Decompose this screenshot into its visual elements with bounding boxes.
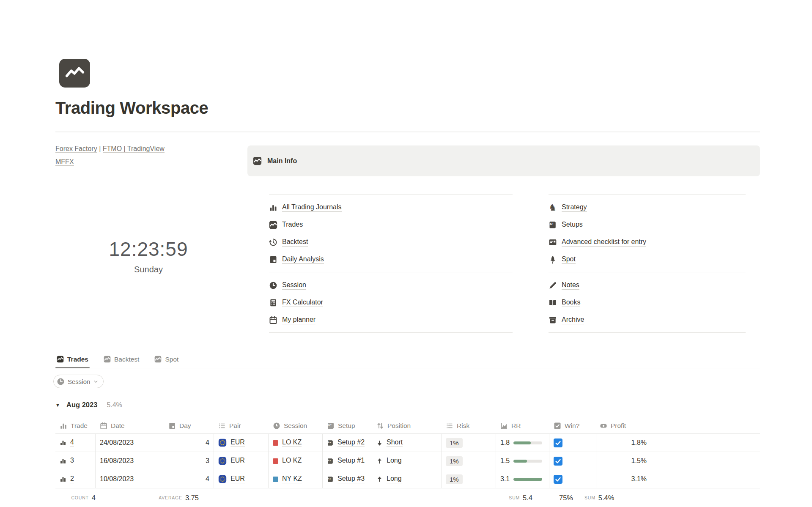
position-link[interactable]: Short bbox=[387, 438, 403, 447]
eu-flag-icon bbox=[218, 457, 227, 465]
link-all-trading-journals[interactable]: All Trading Journals bbox=[282, 203, 342, 212]
column-header-profit[interactable]: Profit bbox=[596, 418, 651, 433]
link-forex-factory[interactable]: Forex Factory bbox=[55, 145, 97, 153]
link-setups[interactable]: Setups bbox=[562, 221, 583, 229]
column-header-risk[interactable]: Risk bbox=[442, 418, 496, 433]
link-strategy[interactable]: Strategy bbox=[562, 203, 587, 212]
trade-link[interactable]: 3 bbox=[70, 457, 74, 465]
cell-day[interactable]: 4 bbox=[152, 434, 214, 452]
day-value: 3 bbox=[206, 457, 209, 465]
link-mffx[interactable]: MFFX bbox=[55, 158, 74, 166]
position-link[interactable]: Long bbox=[387, 457, 402, 465]
cell-pair: EUR bbox=[214, 452, 269, 470]
eu-flag-icon bbox=[218, 475, 227, 483]
column-header-trade[interactable]: Trade bbox=[55, 418, 96, 433]
cell-profit[interactable]: 1.8% bbox=[596, 434, 651, 452]
column-header-setup[interactable]: Setup bbox=[323, 418, 372, 433]
clock-icon bbox=[273, 422, 280, 430]
link-advanced-checklist[interactable]: Advanced checklist for entry bbox=[562, 238, 646, 247]
list-item: Notes bbox=[549, 277, 746, 294]
footer-label: SUM bbox=[584, 495, 595, 500]
cell-day[interactable]: 4 bbox=[152, 470, 214, 488]
session-link[interactable]: LO KZ bbox=[282, 438, 302, 447]
group-title[interactable]: Aug 2023 bbox=[66, 401, 97, 409]
list-item: My planner bbox=[269, 311, 513, 329]
footer-label: SUM bbox=[509, 495, 520, 500]
footer-value: 4 bbox=[92, 494, 96, 502]
column-header-position[interactable]: Position bbox=[372, 418, 442, 433]
divider bbox=[269, 332, 513, 333]
cell-risk[interactable]: 1% bbox=[442, 452, 496, 470]
pair-link[interactable]: EUR bbox=[230, 438, 245, 447]
cell-session: LO KZ bbox=[269, 434, 323, 452]
win-checkbox[interactable] bbox=[554, 438, 562, 447]
link-books[interactable]: Books bbox=[562, 299, 580, 307]
column-label: Day bbox=[179, 422, 191, 430]
session-link[interactable]: LO KZ bbox=[282, 457, 302, 465]
column-header-date[interactable]: Date bbox=[96, 418, 152, 433]
link-ftmo-tradingview[interactable]: FTMO | TradingView bbox=[103, 145, 165, 153]
cell-date[interactable]: 24/08/2023 bbox=[96, 434, 152, 452]
bar-chart-icon bbox=[60, 439, 66, 446]
external-links: Forex Factory | FTMO | TradingView MFFX bbox=[55, 142, 195, 168]
win-checkbox[interactable] bbox=[554, 457, 562, 466]
setup-link[interactable]: Setup #1 bbox=[337, 457, 365, 465]
column-header-pair[interactable]: Pair bbox=[214, 418, 269, 433]
session-filter-button[interactable]: Session bbox=[53, 375, 104, 388]
tab-spot[interactable]: Spot bbox=[153, 351, 180, 368]
session-link[interactable]: NY KZ bbox=[282, 475, 302, 483]
risk-tag: 1% bbox=[446, 456, 463, 466]
footer-profit-sum[interactable]: SUM5.4% bbox=[584, 488, 639, 507]
divider bbox=[269, 194, 513, 195]
link-notes[interactable]: Notes bbox=[562, 281, 579, 290]
cell-rr[interactable]: 1.5 bbox=[496, 452, 549, 470]
cell-rr[interactable]: 1.8 bbox=[496, 434, 549, 452]
cell-win bbox=[549, 470, 596, 488]
rr-progress-bar bbox=[513, 441, 542, 444]
cell-day[interactable]: 3 bbox=[152, 452, 214, 470]
trade-link[interactable]: 4 bbox=[70, 438, 74, 447]
setup-link[interactable]: Setup #3 bbox=[337, 475, 365, 483]
page-icon[interactable] bbox=[59, 59, 90, 88]
link-separator: | bbox=[99, 145, 101, 152]
link-spot[interactable]: Spot bbox=[562, 255, 576, 264]
cell-date[interactable]: 10/08/2023 bbox=[96, 470, 152, 488]
check-icon bbox=[554, 458, 562, 465]
link-trades[interactable]: Trades bbox=[282, 221, 303, 229]
tab-trades[interactable]: Trades bbox=[55, 351, 90, 368]
arrow-up-icon bbox=[376, 458, 383, 464]
link-my-planner[interactable]: My planner bbox=[282, 316, 315, 324]
link-backtest[interactable]: Backtest bbox=[282, 238, 308, 247]
pair-link[interactable]: EUR bbox=[230, 457, 245, 465]
pair-link[interactable]: EUR bbox=[230, 475, 245, 483]
position-link[interactable]: Long bbox=[387, 475, 402, 483]
footer-rr-sum[interactable]: SUM5.4 bbox=[496, 488, 549, 507]
column-label: Trade bbox=[71, 422, 88, 430]
setup-link[interactable]: Setup #2 bbox=[337, 438, 365, 447]
cell-risk[interactable]: 1% bbox=[442, 470, 496, 488]
link-daily-analysis[interactable]: Daily Analysis bbox=[282, 255, 324, 264]
toggle-triangle-icon[interactable]: ▼ bbox=[55, 403, 66, 408]
footer-average[interactable]: AVERAGE3.75 bbox=[152, 488, 214, 507]
column-header-rr[interactable]: RR bbox=[496, 418, 549, 433]
column-header-day[interactable]: Day bbox=[152, 418, 214, 433]
link-archive[interactable]: Archive bbox=[562, 316, 584, 324]
link-fx-calculator[interactable]: FX Calculator bbox=[282, 299, 323, 307]
column-header-session[interactable]: Session bbox=[269, 418, 323, 433]
tab-backtest[interactable]: Backtest bbox=[102, 351, 140, 368]
cell-win bbox=[549, 452, 596, 470]
tab-label: Trades bbox=[67, 356, 88, 363]
win-checkbox[interactable] bbox=[554, 475, 562, 484]
cell-rr[interactable]: 3.1 bbox=[496, 470, 549, 488]
cell-risk[interactable]: 1% bbox=[442, 434, 496, 452]
cell-profit[interactable]: 1.5% bbox=[596, 452, 651, 470]
column-header-win[interactable]: Win? bbox=[549, 418, 596, 433]
trade-link[interactable]: 2 bbox=[70, 475, 74, 483]
clock-time: 12:23:59 bbox=[55, 238, 241, 260]
main-info-callout[interactable]: Main Info bbox=[247, 145, 760, 176]
table-row: 2 10/08/2023 4 EUR NY KZ Setup #3 Long 1… bbox=[55, 470, 760, 488]
cell-profit[interactable]: 3.1% bbox=[596, 470, 651, 488]
cell-date[interactable]: 16/08/2023 bbox=[96, 452, 152, 470]
footer-count[interactable]: COUNT4 bbox=[55, 488, 96, 507]
link-session[interactable]: Session bbox=[282, 281, 306, 290]
